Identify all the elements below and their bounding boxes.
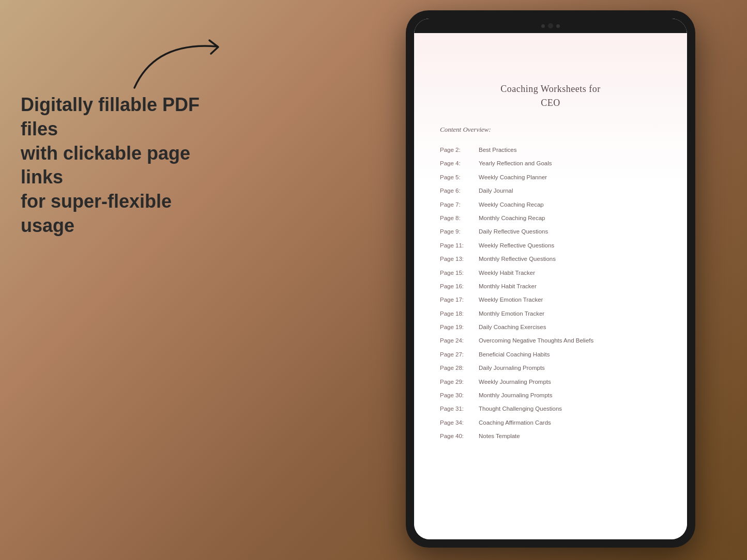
toc-page-title: Thought Challenging Questions [479,404,562,413]
camera-bar [414,19,687,33]
left-panel: Digitally fillable PDF fileswith clickab… [21,93,217,238]
toc-page-number: Page 16: [440,282,479,291]
toc-page-number: Page 34: [440,418,479,427]
toc-page-title: Weekly Reflective Questions [479,241,554,250]
toc-page-title: Daily Coaching Exercises [479,322,546,332]
toc-item: Page 5:Weekly Coaching Planner [440,170,661,184]
toc-page-number: Page 2: [440,145,479,154]
toc-item: Page 16:Monthly Habit Tracker [440,279,661,293]
toc-page-title: Daily Reflective Questions [479,227,548,236]
toc-page-number: Page 24: [440,336,479,345]
pdf-page[interactable]: Coaching Worksheets for CEO Content Over… [414,33,687,539]
toc-page-number: Page 13: [440,254,479,263]
toc-page-number: Page 40: [440,431,479,441]
toc-item: Page 7:Weekly Coaching Recap [440,198,661,211]
tablet-screen: Coaching Worksheets for CEO Content Over… [414,19,687,539]
tagline-text: Digitally fillable PDF fileswith clickab… [21,93,217,238]
toc-page-number: Page 31: [440,404,479,413]
toc-page-number: Page 27: [440,350,479,359]
toc-page-title: Overcoming Negative Thoughts And Beliefs [479,336,593,345]
toc-item: Page 9:Daily Reflective Questions [440,225,661,238]
toc-item: Page 6:Daily Journal [440,184,661,197]
tablet-frame: Coaching Worksheets for CEO Content Over… [406,10,695,548]
pdf-title: Coaching Worksheets for CEO [440,82,661,110]
toc-item: Page 11:Weekly Reflective Questions [440,239,661,252]
toc-item: Page 40:Notes Template [440,429,661,443]
toc-item: Page 4:Yearly Reflection and Goals [440,157,661,170]
toc-item: Page 18:Monthly Emotion Tracker [440,307,661,320]
toc-page-number: Page 28: [440,363,479,372]
toc-item: Page 27:Beneficial Coaching Habits [440,348,661,361]
toc-page-number: Page 11: [440,241,479,250]
toc-page-title: Weekly Coaching Recap [479,200,544,209]
toc-page-number: Page 9: [440,227,479,236]
toc-item: Page 30:Monthly Journaling Prompts [440,388,661,402]
toc-page-title: Daily Journaling Prompts [479,363,545,372]
toc-page-title: Daily Journal [479,186,513,195]
toc-page-title: Weekly Emotion Tracker [479,295,543,304]
toc-item: Page 28:Daily Journaling Prompts [440,361,661,375]
toc-page-title: Beneficial Coaching Habits [479,350,550,359]
toc-page-number: Page 4: [440,159,479,168]
toc-item: Page 29:Weekly Journaling Prompts [440,375,661,388]
toc-page-title: Monthly Coaching Recap [479,213,545,223]
toc-page-title: Weekly Habit Tracker [479,268,535,277]
toc-page-title: Coaching Affirmation Cards [479,418,551,427]
toc-page-number: Page 17: [440,295,479,304]
toc-page-number: Page 15: [440,268,479,277]
toc-item: Page 2:Best Practices [440,143,661,157]
toc-page-title: Notes Template [479,431,520,441]
toc-page-title: Yearly Reflection and Goals [479,159,552,168]
toc-page-number: Page 6: [440,186,479,195]
toc-page-title: Best Practices [479,145,517,154]
toc-item: Page 15:Weekly Habit Tracker [440,266,661,279]
toc-item: Page 13:Monthly Reflective Questions [440,252,661,266]
toc-page-number: Page 19: [440,322,479,332]
toc-page-title: Weekly Journaling Prompts [479,377,551,386]
toc-item: Page 8:Monthly Coaching Recap [440,211,661,225]
toc-page-title: Monthly Emotion Tracker [479,309,544,318]
camera-dot-right [556,24,560,28]
toc-item: Page 31:Thought Challenging Questions [440,402,661,415]
toc-page-title: Monthly Habit Tracker [479,282,537,291]
camera-dot-main [548,23,553,28]
toc-list: Page 2:Best PracticesPage 4:Yearly Refle… [440,143,661,443]
arrow-decoration [124,31,238,100]
toc-page-number: Page 5: [440,173,479,182]
toc-page-number: Page 8: [440,213,479,223]
toc-item: Page 19:Daily Coaching Exercises [440,320,661,334]
toc-page-title: Weekly Coaching Planner [479,173,547,182]
toc-item: Page 24:Overcoming Negative Thoughts And… [440,334,661,347]
toc-page-number: Page 29: [440,377,479,386]
content-overview-label: Content Overview: [440,126,661,134]
toc-page-title: Monthly Reflective Questions [479,254,556,263]
toc-item: Page 17:Weekly Emotion Tracker [440,293,661,306]
toc-page-number: Page 18: [440,309,479,318]
camera-dot-left [541,24,545,28]
toc-page-title: Monthly Journaling Prompts [479,391,553,400]
toc-item: Page 34:Coaching Affirmation Cards [440,416,661,429]
toc-page-number: Page 7: [440,200,479,209]
toc-page-number: Page 30: [440,391,479,400]
